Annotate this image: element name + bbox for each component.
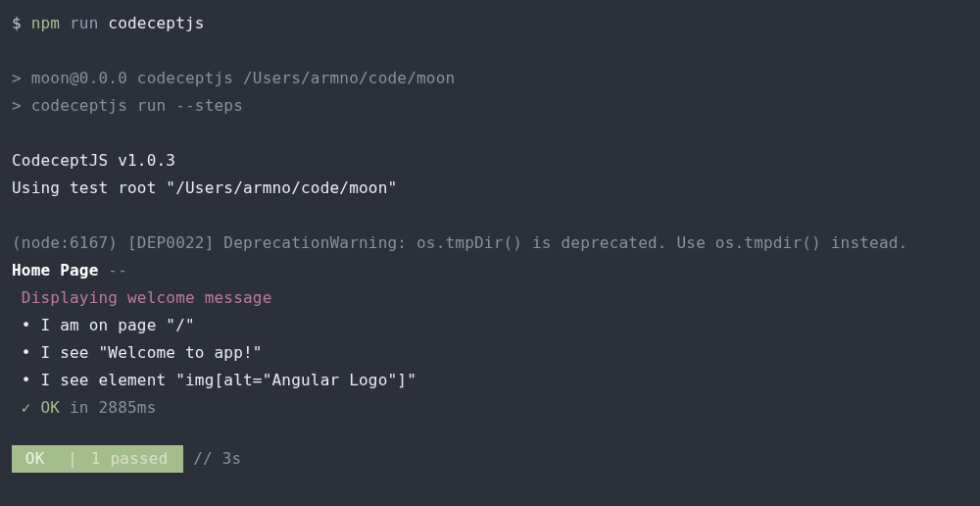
timing-text: in 2885ms <box>60 398 156 417</box>
check-icon: ✓ <box>12 398 41 417</box>
status-bar: OK | 1 passed // 3s <box>12 445 968 473</box>
codeceptjs-version: CodeceptJS v1.0.3 <box>12 147 968 175</box>
command-line[interactable]: $ npm run codeceptjs <box>12 10 968 37</box>
suite-name: Home Page <box>12 261 99 279</box>
footer-comment: // <box>183 449 221 468</box>
terminal-output: $ npm run codeceptjs > moon@0.0.0 codece… <box>12 10 968 473</box>
ok-text: OK <box>41 398 61 417</box>
task-name: codeceptjs <box>108 14 204 32</box>
scenario-title: Displaying welcome message <box>12 284 968 312</box>
npm-script-header-2: > codeceptjs run --steps <box>12 92 968 120</box>
result-line: ✓ OK in 2885ms <box>12 394 968 422</box>
step-line: • I am on page "/" <box>12 312 968 339</box>
suite-line: Home Page -- <box>12 257 968 284</box>
prompt-symbol: $ <box>12 14 31 32</box>
deprecation-warning: (node:6167) [DEP0022] DeprecationWarning… <box>12 229 968 257</box>
run-word: run <box>70 14 108 32</box>
test-root-line: Using test root "/Users/armno/code/moon" <box>12 175 968 202</box>
npm-script-header-1: > moon@0.0.0 codeceptjs /Users/armno/cod… <box>12 65 968 92</box>
footer-duration: 3s <box>222 449 242 468</box>
step-line: • I see element "img[alt="Angular Logo"]… <box>12 367 968 394</box>
status-badge: OK | 1 passed <box>12 445 183 473</box>
step-line: • I see "Welcome to app!" <box>12 339 968 367</box>
npm-word: npm <box>31 14 70 32</box>
